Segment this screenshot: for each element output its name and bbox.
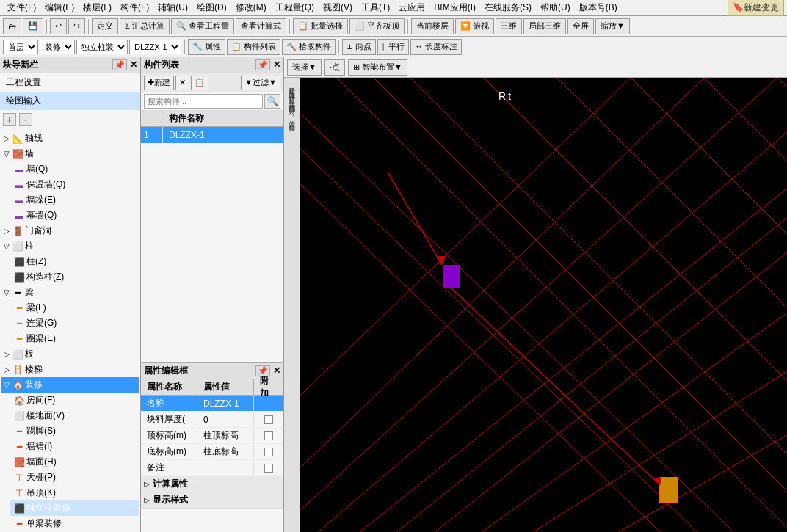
tree-item-wall-surface[interactable]: 🧱 墙面(H)	[10, 454, 139, 470]
undo-btn[interactable]: ↩	[50, 18, 67, 34]
attr-top-extra[interactable]	[254, 428, 283, 443]
component-name-select[interactable]: DLZZX-1	[129, 40, 181, 54]
attr-note-checkbox[interactable]	[264, 464, 273, 473]
attr-note-extra[interactable]	[254, 460, 283, 475]
tree-item-suspended-ceiling[interactable]: ⊤ 吊顶(K)	[10, 485, 139, 500]
component-type-select[interactable]: 独立柱装	[76, 40, 128, 54]
tool-align[interactable]: 对→	[286, 103, 298, 112]
tree-item-stairs[interactable]: ▷ 🪜 楼梯	[1, 362, 139, 377]
left-panel-close[interactable]: ✕	[130, 59, 137, 70]
tree-item-wall-q[interactable]: ▬ 墙(Q)	[10, 161, 139, 177]
tree-item-door[interactable]: ▷ 🚪 门窗洞	[1, 223, 139, 238]
comp-filter-btn[interactable]: ▼过滤▼	[241, 76, 280, 90]
tool-merge[interactable]: 合并	[286, 94, 298, 97]
attr-thickness-extra[interactable]	[254, 412, 283, 427]
local-3d-btn[interactable]: 局部三维	[523, 18, 566, 34]
two-point-btn[interactable]: ⊥ 两点	[342, 39, 376, 55]
tree-item-column-decoration[interactable]: ⬛ 独立柱装修	[10, 500, 139, 516]
attr-top-value[interactable]: 柱顶标高	[197, 428, 254, 443]
top-view-btn[interactable]: 🔽 俯视	[455, 18, 494, 34]
attr-bottom-value[interactable]: 柱底标高	[197, 444, 254, 459]
menu-cloud[interactable]: 云应用	[394, 0, 429, 15]
tool-stretch[interactable]: 拉伸	[286, 118, 298, 121]
length-label-btn[interactable]: ↔ 长度标注	[410, 39, 462, 55]
menu-version[interactable]: 版本号(B)	[575, 0, 622, 15]
property-btn[interactable]: 🔧 属性	[188, 39, 225, 55]
comp-row-1[interactable]: 1 DLZZX-1	[141, 127, 283, 143]
left-nav-project[interactable]: 工程设置	[0, 73, 140, 92]
attr-row-name[interactable]: 名称 DLZZX-1	[141, 396, 283, 412]
smart-place-btn[interactable]: ⊞ 智能布置▼	[348, 59, 407, 76]
expand-all-btn[interactable]: +	[3, 113, 16, 126]
attr-note-value[interactable]	[197, 460, 254, 475]
tree-item-decoration[interactable]: ▽ 🏠 装修	[1, 377, 139, 393]
3d-btn[interactable]: 三维	[496, 18, 522, 34]
comp-new-btn[interactable]: ✚新建	[144, 76, 174, 90]
tree-item-column-z[interactable]: ⬛ 柱(Z)	[10, 254, 139, 269]
menu-component[interactable]: 构件(F)	[116, 0, 153, 15]
tool-transfer[interactable]: 传	[286, 114, 298, 117]
comp-list-btn[interactable]: 📋 构件列表	[227, 39, 280, 55]
tree-item-beam-e[interactable]: ━ 圈梁(E)	[10, 331, 139, 346]
attr-bottom-extra[interactable]	[254, 444, 283, 459]
canvas-area[interactable]: Rit X Y	[300, 78, 787, 532]
zoom-btn[interactable]: 缩放▼	[595, 18, 630, 34]
tool-break[interactable]: 打断	[286, 90, 298, 92]
batch-select-btn[interactable]: 📋 批量选择	[293, 18, 348, 34]
sum-calc-btn[interactable]: Σ 汇总计算	[120, 18, 170, 34]
search-input[interactable]	[144, 94, 263, 109]
comp-copy-btn[interactable]: 📋	[191, 76, 208, 90]
floor-select[interactable]: 首层	[3, 40, 38, 54]
new-change-btn[interactable]: 🔖新建变更	[728, 0, 784, 16]
tree-item-floor-surface[interactable]: ⬜ 楼地面(V)	[10, 408, 139, 423]
category-select[interactable]: 装修	[40, 40, 75, 54]
tree-item-baseboard[interactable]: ━ 踢脚(S)	[10, 423, 139, 439]
tree-item-wall-insulated[interactable]: ▬ 保温墙(Q)	[10, 177, 139, 192]
collapse-all-btn[interactable]: -	[19, 113, 32, 126]
tree-item-wall-bump[interactable]: ▬ 墙垛(E)	[10, 192, 139, 208]
menu-edit[interactable]: 编辑(E)	[40, 0, 79, 15]
comp-list-pin[interactable]: 📌	[255, 59, 270, 70]
menu-file[interactable]: 文件(F)	[3, 0, 40, 15]
attr-section-calc[interactable]: ▷ 计算属性	[141, 476, 283, 492]
menu-view[interactable]: 视图(V)	[319, 0, 357, 15]
left-panel-pin[interactable]: 📌	[112, 59, 127, 70]
select-tool-btn[interactable]: 选择▼	[287, 59, 322, 76]
tree-item-ceiling[interactable]: ⊤ 天棚(P)	[10, 470, 139, 485]
menu-help[interactable]: 帮助(U)	[536, 0, 575, 15]
menu-floor[interactable]: 楼层(L)	[79, 0, 116, 15]
tool-divide[interactable]: 成分割	[286, 98, 298, 101]
tree-item-beam-decoration[interactable]: ━ 单梁装修	[10, 516, 139, 531]
menu-online[interactable]: 在线服务(S)	[480, 0, 536, 15]
tool-non-modify[interactable]: 非修改	[286, 85, 298, 88]
attr-row-bottom[interactable]: 底标高(m) 柱底标高	[141, 444, 283, 460]
menu-bim[interactable]: BIM应用(I)	[429, 0, 480, 15]
align-top-btn[interactable]: ⬜ 平齐板顶	[349, 18, 405, 34]
tree-item-slab[interactable]: ▷ ⬜ 板	[1, 346, 139, 362]
attr-row-note[interactable]: 备注	[141, 460, 283, 476]
tree-item-beam-g[interactable]: ━ 连梁(G)	[10, 316, 139, 331]
attr-thickness-checkbox[interactable]	[264, 415, 273, 424]
tool-extend[interactable]: 延伸	[286, 81, 298, 84]
comp-list-close[interactable]: ✕	[273, 59, 280, 70]
define-btn[interactable]: 定义	[92, 18, 118, 34]
attr-top-checkbox[interactable]	[264, 431, 273, 440]
pick-comp-btn[interactable]: 🔨 拾取构件	[282, 39, 336, 55]
tree-item-beam-l[interactable]: ━ 梁(L)	[10, 300, 139, 316]
menu-modify[interactable]: 修改(M)	[231, 0, 271, 15]
tree-item-axis[interactable]: ▷ 📐 轴线	[1, 131, 139, 146]
point-tool-btn[interactable]: ·点	[324, 59, 345, 76]
tree-item-column[interactable]: ▽ ⬜ 柱	[1, 238, 139, 254]
menu-axis[interactable]: 辅轴(U)	[153, 0, 192, 15]
menu-draw[interactable]: 绘图(D)	[192, 0, 231, 15]
search-btn[interactable]: 🔍	[264, 94, 280, 109]
attr-row-thickness[interactable]: 块料厚度( 0	[141, 412, 283, 428]
tree-item-curtain-wall[interactable]: ▬ 幕墙(Q)	[10, 208, 139, 223]
menu-tools[interactable]: 工具(T)	[357, 0, 394, 15]
view-formula-btn[interactable]: 查看计算式	[236, 18, 286, 34]
redo-btn[interactable]: ↪	[68, 18, 85, 34]
comp-delete-btn[interactable]: ✕	[175, 76, 189, 90]
attr-section-display[interactable]: ▷ 显示样式	[141, 492, 283, 509]
attr-thickness-value[interactable]: 0	[197, 412, 254, 427]
attr-bottom-checkbox[interactable]	[264, 448, 273, 456]
